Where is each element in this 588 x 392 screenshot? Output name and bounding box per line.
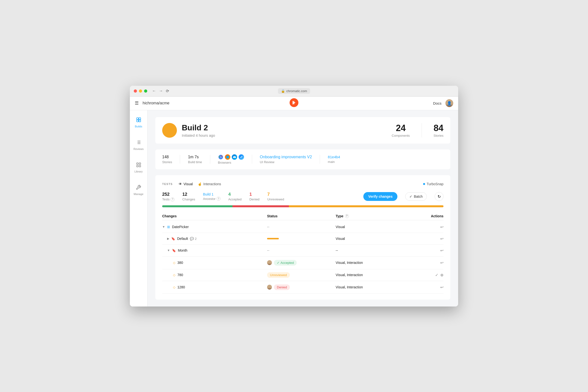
branch-text: main bbox=[328, 160, 340, 164]
batch-button[interactable]: ✓ Batch bbox=[405, 192, 427, 201]
docs-link[interactable]: Docs bbox=[433, 101, 442, 105]
build-meta: 148 Stories 1m 7s Build time bbox=[155, 150, 450, 169]
close-btn[interactable] bbox=[134, 90, 137, 92]
meta-divider-2 bbox=[210, 155, 210, 164]
stories-meta: 148 Stories bbox=[162, 155, 172, 164]
edge-icon bbox=[232, 154, 237, 160]
interactions-tab-label: Interactions bbox=[203, 182, 221, 186]
changes-stat: 12 Changes bbox=[182, 192, 195, 201]
components-label: Components bbox=[392, 134, 410, 138]
default-status bbox=[267, 238, 336, 239]
collapse-icon[interactable]: ▼ bbox=[167, 249, 170, 252]
tab-interactions[interactable]: ☝ Interactions bbox=[198, 181, 221, 187]
review-link[interactable]: Onboarding improvements V2 bbox=[260, 155, 312, 159]
denied-label: Denied bbox=[250, 198, 260, 201]
stories-meta-value: 148 bbox=[162, 155, 172, 159]
svg-rect-2 bbox=[139, 118, 140, 119]
changes-num: 12 bbox=[182, 192, 195, 197]
accepted-num: 4 bbox=[228, 192, 242, 197]
tests-help-icon[interactable]: ? bbox=[170, 198, 174, 202]
deny-icon[interactable]: ⊗ bbox=[440, 273, 444, 277]
month-name: Month bbox=[178, 248, 188, 252]
col-status: Status bbox=[267, 214, 336, 218]
ancestor-help-icon[interactable]: ? bbox=[216, 197, 220, 201]
check-icon: ✓ bbox=[410, 194, 412, 198]
expand-icon[interactable]: ▶ bbox=[167, 237, 169, 240]
row-name-1280: ◇ 1280 bbox=[162, 285, 267, 289]
stories-stat: 84 Stories bbox=[434, 123, 444, 138]
ancestor-stat: Build 1 Ancestor ? bbox=[203, 192, 220, 201]
accepted-label: Accepted bbox=[228, 198, 242, 201]
sidebar-item-reviews[interactable]: Reviews bbox=[132, 138, 146, 152]
type-help-icon[interactable]: ? bbox=[345, 214, 349, 218]
undo-icon[interactable]: ↩ bbox=[440, 225, 444, 229]
undo-icon[interactable]: ↩ bbox=[440, 248, 444, 253]
forward-button[interactable]: → bbox=[159, 89, 163, 93]
collapse-icon[interactable]: ▼ bbox=[162, 225, 165, 228]
reload-button[interactable]: ⟳ bbox=[166, 89, 169, 93]
build-header: Build 2 Initiated 4 hours ago 24 Compone… bbox=[155, 117, 450, 144]
780-actions: ✓ ⊗ bbox=[404, 273, 444, 277]
table-row: ◇ 1280 Denied Visual, Interaction ↩ bbox=[162, 281, 444, 294]
progress-accepted bbox=[162, 205, 232, 207]
380-type: Visual, Interaction bbox=[336, 261, 404, 264]
commit-link[interactable]: 81e4b4 bbox=[328, 155, 340, 159]
row-name-380: ◇ 380 bbox=[162, 261, 267, 264]
tests-tabs: 👁 Visual ☝ Interactions bbox=[178, 181, 221, 187]
builds-label: Builds bbox=[135, 125, 142, 128]
progress-bar bbox=[162, 205, 444, 207]
ancestor-link[interactable]: Build 1 bbox=[203, 192, 220, 196]
sidebar-item-builds[interactable]: Builds bbox=[133, 115, 144, 130]
turbosnap-dot bbox=[423, 183, 425, 185]
accept-icon[interactable]: ✓ bbox=[435, 273, 438, 277]
reviews-icon bbox=[136, 140, 141, 146]
app-header: ☰ hichroma/acme Docs 👤 bbox=[130, 96, 458, 110]
back-button[interactable]: ← bbox=[152, 89, 156, 93]
tab-visual[interactable]: 👁 Visual bbox=[178, 181, 193, 187]
meta-divider-3 bbox=[252, 155, 252, 164]
row-name-780: ◇ 780 bbox=[162, 273, 267, 277]
denied-badge: Denied bbox=[274, 284, 290, 290]
avatar: 👤 bbox=[446, 99, 453, 107]
undo-icon[interactable]: ↩ bbox=[440, 236, 444, 241]
tests-section: TESTS 👁 Visual ☝ Interactions bbox=[155, 175, 450, 300]
check-icon: ✓ bbox=[277, 261, 280, 264]
manage-label: Manage bbox=[134, 192, 144, 196]
reviews-label: Reviews bbox=[134, 148, 144, 150]
changes-label: Changes bbox=[182, 198, 195, 201]
main-layout: Builds Reviews bbox=[130, 110, 458, 306]
maximize-btn[interactable] bbox=[144, 90, 147, 92]
avatar-face: 👤 bbox=[446, 99, 453, 107]
build-stats: 24 Components 84 Stories bbox=[392, 123, 444, 138]
status-bar bbox=[267, 238, 279, 239]
commit-meta: 81e4b4 main bbox=[328, 155, 340, 164]
components-count: 24 bbox=[392, 123, 410, 133]
undo-icon[interactable]: ↩ bbox=[440, 260, 444, 265]
datepicker-status: -- bbox=[267, 225, 336, 229]
browsers-meta: Browsers bbox=[218, 154, 244, 164]
svg-rect-4 bbox=[139, 120, 140, 122]
url-text: chromatic.com bbox=[286, 89, 307, 93]
lock-icon: 🔒 bbox=[281, 89, 285, 93]
sidebar-item-manage[interactable]: Manage bbox=[132, 183, 146, 198]
month-status: -- bbox=[267, 248, 336, 252]
1280-status: Denied bbox=[267, 284, 336, 290]
verify-changes-button[interactable]: Verify changes bbox=[363, 192, 398, 201]
780-name: 780 bbox=[178, 273, 183, 277]
refresh-button[interactable]: ↻ bbox=[435, 192, 444, 201]
ancestor-label: Ancestor ? bbox=[203, 197, 220, 201]
tests-header: TESTS 👁 Visual ☝ Interactions bbox=[162, 181, 444, 187]
undo-icon[interactable]: ↩ bbox=[440, 285, 444, 290]
eye-icon: 👁 bbox=[178, 182, 182, 186]
mini-avatar bbox=[267, 285, 272, 290]
minimize-btn[interactable] bbox=[139, 90, 142, 92]
unreviewed-badge: Unreviewed bbox=[267, 272, 290, 278]
url-bar[interactable]: 🔒 chromatic.com bbox=[278, 88, 310, 94]
browsers-label: Browsers bbox=[218, 161, 244, 164]
tests-section-title: TESTS bbox=[162, 182, 173, 186]
menu-icon[interactable]: ☰ bbox=[135, 100, 139, 106]
sidebar-item-library[interactable]: Library bbox=[132, 160, 145, 175]
780-status: Unreviewed bbox=[267, 273, 336, 277]
default-name: Default bbox=[177, 237, 188, 240]
comment-badge: 💬 2 bbox=[190, 237, 196, 240]
